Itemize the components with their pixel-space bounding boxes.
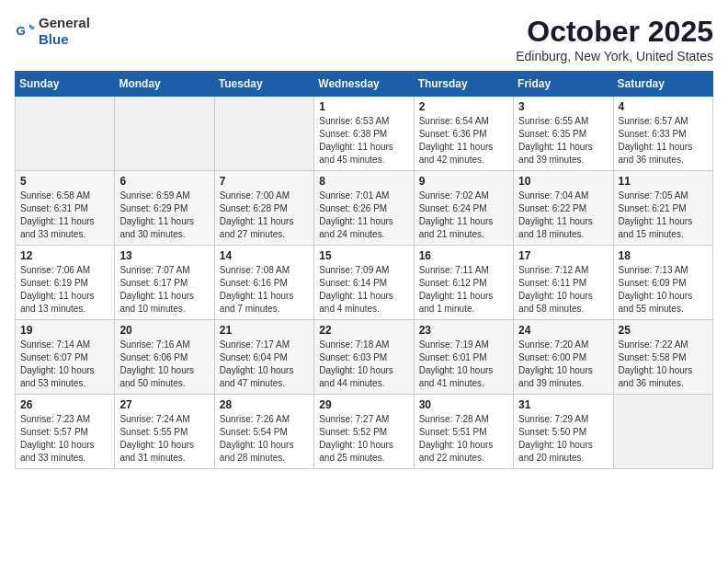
calendar-cell: 3Sunrise: 6:55 AM Sunset: 6:35 PM Daylig… (514, 97, 613, 171)
day-number: 12 (20, 249, 109, 262)
calendar-cell: 8Sunrise: 7:01 AM Sunset: 6:26 PM Daylig… (314, 171, 414, 246)
day-info: Sunrise: 7:14 AM Sunset: 6:07 PM Dayligh… (20, 339, 109, 390)
title-section: October 2025 Edinburg, New York, United … (516, 15, 713, 63)
day-number: 27 (119, 398, 209, 411)
calendar-cell: 15Sunrise: 7:09 AM Sunset: 6:14 PM Dayli… (314, 246, 414, 320)
calendar-cell: 21Sunrise: 7:17 AM Sunset: 6:04 PM Dayli… (214, 320, 313, 395)
day-number: 24 (518, 324, 608, 337)
day-number: 15 (319, 249, 408, 262)
day-number: 29 (319, 398, 408, 411)
day-number: 19 (20, 324, 109, 337)
day-info: Sunrise: 7:09 AM Sunset: 6:14 PM Dayligh… (319, 264, 408, 316)
weekday-header-thursday: Thursday (414, 72, 513, 97)
week-row-2: 5Sunrise: 6:58 AM Sunset: 6:31 PM Daylig… (16, 171, 713, 246)
calendar-cell: 13Sunrise: 7:07 AM Sunset: 6:17 PM Dayli… (115, 246, 214, 320)
calendar-cell: 19Sunrise: 7:14 AM Sunset: 6:07 PM Dayli… (16, 320, 115, 395)
calendar-cell: 22Sunrise: 7:18 AM Sunset: 6:03 PM Dayli… (314, 320, 414, 395)
day-info: Sunrise: 7:26 AM Sunset: 5:54 PM Dayligh… (220, 413, 309, 465)
day-info: Sunrise: 7:20 AM Sunset: 6:00 PM Dayligh… (518, 339, 608, 390)
calendar-cell: 31Sunrise: 7:29 AM Sunset: 5:50 PM Dayli… (514, 395, 613, 469)
calendar-cell: 6Sunrise: 6:59 AM Sunset: 6:29 PM Daylig… (115, 171, 214, 246)
calendar-cell (16, 97, 115, 171)
day-number: 20 (119, 324, 209, 337)
day-info: Sunrise: 7:08 AM Sunset: 6:16 PM Dayligh… (220, 264, 309, 316)
month-title: October 2025 (516, 15, 713, 49)
day-info: Sunrise: 7:18 AM Sunset: 6:03 PM Dayligh… (319, 339, 408, 390)
calendar-cell: 12Sunrise: 7:06 AM Sunset: 6:19 PM Dayli… (16, 246, 115, 320)
week-row-1: 1Sunrise: 6:53 AM Sunset: 6:38 PM Daylig… (16, 97, 713, 171)
week-row-4: 19Sunrise: 7:14 AM Sunset: 6:07 PM Dayli… (16, 320, 713, 395)
calendar-cell: 25Sunrise: 7:22 AM Sunset: 5:58 PM Dayli… (613, 320, 712, 395)
day-number: 9 (419, 175, 508, 188)
weekday-header-friday: Friday (514, 72, 613, 97)
day-info: Sunrise: 7:07 AM Sunset: 6:17 PM Dayligh… (119, 264, 209, 316)
calendar-cell: 28Sunrise: 7:26 AM Sunset: 5:54 PM Dayli… (214, 395, 313, 469)
day-number: 31 (518, 398, 608, 411)
day-number: 5 (20, 175, 109, 188)
calendar-cell: 26Sunrise: 7:23 AM Sunset: 5:57 PM Dayli… (16, 395, 115, 469)
day-number: 22 (319, 324, 408, 337)
calendar-cell: 20Sunrise: 7:16 AM Sunset: 6:06 PM Dayli… (115, 320, 214, 395)
day-info: Sunrise: 7:02 AM Sunset: 6:24 PM Dayligh… (419, 190, 508, 241)
day-number: 30 (419, 398, 508, 411)
day-info: Sunrise: 6:59 AM Sunset: 6:29 PM Dayligh… (119, 190, 209, 241)
calendar-cell: 5Sunrise: 6:58 AM Sunset: 6:31 PM Daylig… (16, 171, 115, 246)
day-info: Sunrise: 7:16 AM Sunset: 6:06 PM Dayligh… (119, 339, 209, 390)
calendar-cell: 11Sunrise: 7:05 AM Sunset: 6:21 PM Dayli… (613, 171, 712, 246)
logo-text: General Blue (39, 15, 90, 48)
day-number: 4 (619, 100, 708, 113)
day-info: Sunrise: 7:06 AM Sunset: 6:19 PM Dayligh… (20, 264, 109, 316)
svg-text:G: G (16, 24, 25, 38)
day-info: Sunrise: 7:17 AM Sunset: 6:04 PM Dayligh… (220, 339, 309, 390)
day-info: Sunrise: 6:57 AM Sunset: 6:33 PM Dayligh… (619, 115, 708, 167)
calendar-cell (613, 395, 712, 469)
day-info: Sunrise: 7:12 AM Sunset: 6:11 PM Dayligh… (518, 264, 608, 316)
day-number: 21 (220, 324, 309, 337)
weekday-header-tuesday: Tuesday (214, 72, 313, 97)
day-number: 25 (619, 324, 708, 337)
calendar-cell (115, 97, 214, 171)
day-number: 28 (220, 398, 309, 411)
day-info: Sunrise: 7:22 AM Sunset: 5:58 PM Dayligh… (619, 339, 708, 390)
day-number: 1 (319, 100, 408, 113)
weekday-header-row: SundayMondayTuesdayWednesdayThursdayFrid… (16, 72, 713, 97)
calendar-cell (214, 97, 313, 171)
calendar-cell: 29Sunrise: 7:27 AM Sunset: 5:52 PM Dayli… (314, 395, 414, 469)
calendar-cell: 7Sunrise: 7:00 AM Sunset: 6:28 PM Daylig… (214, 171, 313, 246)
day-number: 6 (119, 175, 209, 188)
day-info: Sunrise: 7:23 AM Sunset: 5:57 PM Dayligh… (20, 413, 109, 465)
day-number: 8 (319, 175, 408, 188)
day-info: Sunrise: 7:27 AM Sunset: 5:52 PM Dayligh… (319, 413, 408, 465)
day-info: Sunrise: 6:53 AM Sunset: 6:38 PM Dayligh… (319, 115, 408, 167)
calendar-cell: 9Sunrise: 7:02 AM Sunset: 6:24 PM Daylig… (414, 171, 513, 246)
weekday-header-sunday: Sunday (16, 72, 115, 97)
day-info: Sunrise: 6:55 AM Sunset: 6:35 PM Dayligh… (518, 115, 608, 167)
calendar-cell: 1Sunrise: 6:53 AM Sunset: 6:38 PM Daylig… (314, 97, 414, 171)
day-info: Sunrise: 7:24 AM Sunset: 5:55 PM Dayligh… (119, 413, 209, 465)
page-header: G General Blue October 2025 Edinburg, Ne… (15, 15, 713, 63)
calendar-cell: 27Sunrise: 7:24 AM Sunset: 5:55 PM Dayli… (115, 395, 214, 469)
day-info: Sunrise: 6:58 AM Sunset: 6:31 PM Dayligh… (20, 190, 109, 241)
calendar-cell: 17Sunrise: 7:12 AM Sunset: 6:11 PM Dayli… (514, 246, 613, 320)
day-info: Sunrise: 7:04 AM Sunset: 6:22 PM Dayligh… (518, 190, 608, 241)
calendar-cell: 2Sunrise: 6:54 AM Sunset: 6:36 PM Daylig… (414, 97, 513, 171)
weekday-header-wednesday: Wednesday (314, 72, 414, 97)
calendar-cell: 30Sunrise: 7:28 AM Sunset: 5:51 PM Dayli… (414, 395, 513, 469)
day-info: Sunrise: 7:13 AM Sunset: 6:09 PM Dayligh… (619, 264, 708, 316)
day-number: 14 (220, 249, 309, 262)
weekday-header-monday: Monday (115, 72, 214, 97)
calendar-cell: 10Sunrise: 7:04 AM Sunset: 6:22 PM Dayli… (514, 171, 613, 246)
calendar-cell: 4Sunrise: 6:57 AM Sunset: 6:33 PM Daylig… (613, 97, 712, 171)
day-number: 17 (518, 249, 608, 262)
calendar-cell: 14Sunrise: 7:08 AM Sunset: 6:16 PM Dayli… (214, 246, 313, 320)
day-info: Sunrise: 7:11 AM Sunset: 6:12 PM Dayligh… (419, 264, 508, 316)
day-number: 13 (119, 249, 209, 262)
calendar-cell: 16Sunrise: 7:11 AM Sunset: 6:12 PM Dayli… (414, 246, 513, 320)
day-number: 10 (518, 175, 608, 188)
day-info: Sunrise: 7:29 AM Sunset: 5:50 PM Dayligh… (518, 413, 608, 465)
week-row-5: 26Sunrise: 7:23 AM Sunset: 5:57 PM Dayli… (16, 395, 713, 469)
day-info: Sunrise: 7:00 AM Sunset: 6:28 PM Dayligh… (220, 190, 309, 241)
week-row-3: 12Sunrise: 7:06 AM Sunset: 6:19 PM Dayli… (16, 246, 713, 320)
day-info: Sunrise: 7:05 AM Sunset: 6:21 PM Dayligh… (619, 190, 708, 241)
day-number: 18 (619, 249, 708, 262)
